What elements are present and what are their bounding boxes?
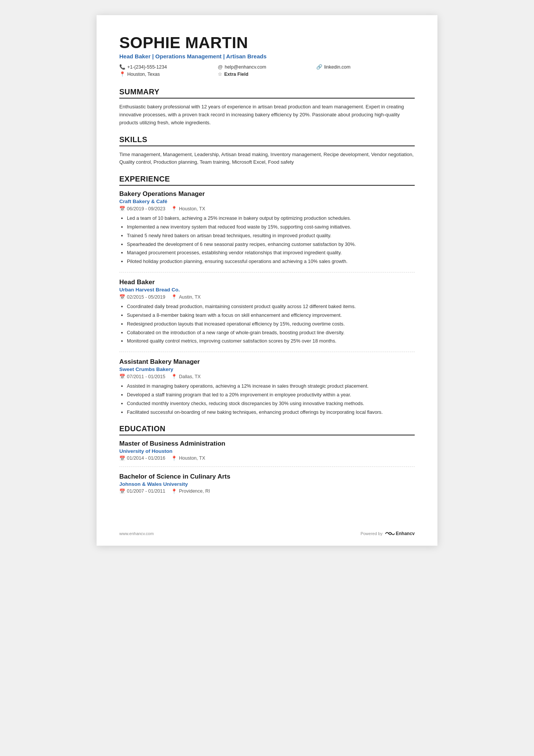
- edu-1-school: University of Houston: [119, 448, 415, 454]
- contact-linkedin: 🔗 linkedin.com: [316, 64, 415, 70]
- calendar-icon: 📅: [119, 374, 125, 379]
- job-1-bullets: Led a team of 10 bakers, achieving a 25%…: [119, 214, 415, 265]
- calendar-icon: 📅: [119, 455, 125, 461]
- edu-2-meta: 📅 01/2007 - 01/2011 📍 Providence, RI: [119, 488, 415, 494]
- job-1-title: Bakery Operations Manager: [119, 190, 415, 198]
- experience-title: EXPERIENCE: [119, 175, 415, 186]
- contact-phone: 📞 +1-(234)-555-1234: [119, 64, 218, 70]
- job-3-location: 📍 Dallas, TX: [171, 374, 200, 379]
- list-item: Managed procurement processes, establish…: [127, 249, 415, 257]
- job-divider-2: [119, 352, 415, 352]
- job-3-bullets: Assisted in managing bakery operations, …: [119, 382, 415, 416]
- list-item: Redesigned production layouts that incre…: [127, 320, 415, 328]
- list-item: Facilitated successful on-boarding of ne…: [127, 409, 415, 416]
- list-item: Assisted in managing bakery operations, …: [127, 382, 415, 390]
- resume-page: SOPHIE MARTIN Head Baker | Operations Ma…: [97, 15, 437, 546]
- job-2-title: Head Baker: [119, 279, 415, 286]
- job-3-meta: 📅 07/2011 - 01/2015 📍 Dallas, TX: [119, 374, 415, 379]
- job-divider-1: [119, 272, 415, 272]
- list-item: Conducted monthly inventory checks, redu…: [127, 400, 415, 407]
- summary-section: SUMMARY Enthusiastic bakery professional…: [119, 88, 415, 127]
- contact-location: 📍 Houston, Texas: [119, 71, 218, 77]
- candidate-title: Head Baker | Operations Management | Art…: [119, 53, 415, 59]
- location-icon: 📍: [171, 294, 177, 300]
- job-1: Bakery Operations Manager Craft Bakery &…: [119, 190, 415, 265]
- list-item: Coordinated daily bread production, main…: [127, 303, 415, 310]
- education-section: EDUCATION Master of Business Administrat…: [119, 424, 415, 494]
- contact-email: @ help@enhancv.com: [218, 64, 316, 70]
- edu-1-meta: 📅 01/2014 - 01/2016 📍 Houston, TX: [119, 455, 415, 461]
- location-icon: 📍: [171, 488, 177, 494]
- calendar-icon: 📅: [119, 206, 125, 211]
- header: SOPHIE MARTIN Head Baker | Operations Ma…: [119, 34, 415, 77]
- job-2-company: Urban Harvest Bread Co.: [119, 287, 415, 293]
- edu-1-degree: Master of Business Administration: [119, 440, 415, 448]
- job-2-location: 📍 Austin, TX: [171, 294, 200, 300]
- location-icon: 📍: [171, 206, 177, 211]
- footer-url: www.enhancv.com: [119, 531, 154, 536]
- job-1-meta: 📅 06/2019 - 09/2023 📍 Houston, TX: [119, 206, 415, 211]
- footer-powered-by: Powered by Enhancv: [361, 531, 415, 537]
- job-3: Assistant Bakery Manager Sweet Crumbs Ba…: [119, 358, 415, 416]
- list-item: Implemented a new inventory system that …: [127, 223, 415, 231]
- footer: www.enhancv.com Powered by Enhancv: [119, 531, 415, 537]
- job-1-date: 📅 06/2019 - 09/2023: [119, 206, 165, 211]
- summary-title: SUMMARY: [119, 88, 415, 99]
- edu-1-location: 📍 Houston, TX: [171, 455, 205, 461]
- enhancv-logo: Enhancv: [385, 531, 415, 537]
- candidate-name: SOPHIE MARTIN: [119, 34, 415, 52]
- skills-section: SKILLS Time management, Management, Lead…: [119, 135, 415, 167]
- edu-2-location: 📍 Providence, RI: [171, 488, 210, 494]
- list-item: Developed a staff training program that …: [127, 391, 415, 399]
- calendar-icon: 📅: [119, 488, 125, 494]
- edu-2-degree: Bachelor of Science in Culinary Arts: [119, 473, 415, 481]
- education-1: Master of Business Administration Univer…: [119, 440, 415, 461]
- list-item: Collaborated on the introduction of a ne…: [127, 329, 415, 337]
- education-title: EDUCATION: [119, 424, 415, 435]
- job-2: Head Baker Urban Harvest Bread Co. 📅 02/…: [119, 279, 415, 345]
- job-3-date: 📅 07/2011 - 01/2015: [119, 374, 165, 379]
- contact-extra: ☆ Extra Field: [218, 71, 316, 77]
- job-2-meta: 📅 02/2015 - 05/2019 📍 Austin, TX: [119, 294, 415, 300]
- phone-icon: 📞: [119, 64, 125, 70]
- location-icon: 📍: [171, 455, 177, 461]
- star-icon: ☆: [218, 71, 222, 77]
- edu-1-date: 📅 01/2014 - 01/2016: [119, 455, 165, 461]
- list-item: Led a team of 10 bakers, achieving a 25%…: [127, 214, 415, 222]
- calendar-icon: 📅: [119, 294, 125, 300]
- job-3-title: Assistant Bakery Manager: [119, 358, 415, 366]
- list-item: Trained 5 newly hired bakers on artisan …: [127, 232, 415, 239]
- job-1-location: 📍 Houston, TX: [171, 206, 205, 211]
- skills-title: SKILLS: [119, 135, 415, 146]
- location-icon: 📍: [119, 71, 125, 77]
- job-1-company: Craft Bakery & Café: [119, 199, 415, 204]
- list-item: Spearheaded the development of 6 new sea…: [127, 241, 415, 248]
- link-icon: 🔗: [316, 64, 322, 70]
- job-2-bullets: Coordinated daily bread production, main…: [119, 303, 415, 345]
- email-icon: @: [218, 64, 223, 70]
- enhancv-logo-icon: [385, 531, 395, 537]
- education-2: Bachelor of Science in Culinary Arts Joh…: [119, 473, 415, 494]
- job-3-company: Sweet Crumbs Bakery: [119, 366, 415, 372]
- contact-grid: 📞 +1-(234)-555-1234 @ help@enhancv.com 🔗…: [119, 64, 415, 77]
- skills-text: Time management, Management, Leadership,…: [119, 151, 415, 167]
- edu-2-school: Johnson & Wales University: [119, 481, 415, 487]
- job-2-date: 📅 02/2015 - 05/2019: [119, 294, 165, 300]
- list-item: Monitored quality control metrics, impro…: [127, 337, 415, 345]
- edu-divider: [119, 466, 415, 467]
- edu-2-date: 📅 01/2007 - 01/2011: [119, 488, 165, 494]
- list-item: Piloted holiday production planning, ens…: [127, 258, 415, 265]
- location-icon: 📍: [171, 374, 177, 379]
- list-item: Supervised a 8-member baking team with a…: [127, 311, 415, 319]
- summary-text: Enthusiastic bakery professional with 12…: [119, 103, 415, 127]
- experience-section: EXPERIENCE Bakery Operations Manager Cra…: [119, 175, 415, 416]
